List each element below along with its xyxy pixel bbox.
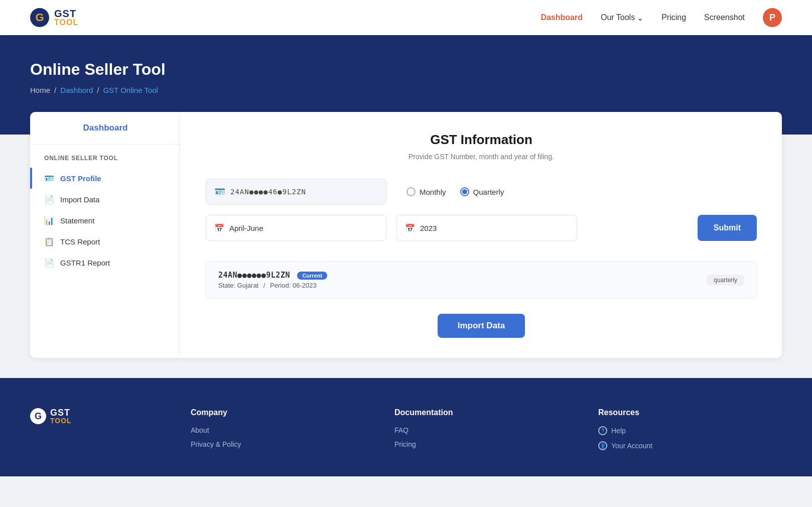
sidebar-item-import-data[interactable]: 📄 Import Data [30, 189, 181, 210]
footer-logo-text: GST TOOL [50, 408, 72, 424]
footer-link-privacy[interactable]: Privacy & Policy [191, 440, 374, 448]
panel-title: GST Information [206, 132, 757, 148]
gst-profile-icon: 🪪 [44, 173, 54, 183]
footer-col-resources: Resources ? Help 👤 Your Account [598, 408, 782, 456]
result-gst-number: 24AN●●●●●●9L2ZN [218, 271, 290, 280]
radio-quarterly[interactable]: Quarterly [460, 187, 504, 196]
nav-pricing[interactable]: Pricing [661, 13, 686, 22]
submit-button[interactable]: Submit [698, 215, 757, 241]
footer-link-faq[interactable]: FAQ [394, 426, 578, 434]
state-value: Gujarat [237, 282, 259, 289]
import-data-icon: 📄 [44, 194, 54, 204]
footer-account-label: Your Account [611, 442, 652, 450]
calendar-icon-1: 📅 [214, 223, 224, 233]
sidebar-item-label: TCS Report [60, 237, 100, 246]
footer-documentation-title: Documentation [394, 408, 578, 417]
quarter-select[interactable]: 📅 April-June [206, 215, 386, 241]
avatar[interactable]: P [763, 8, 782, 27]
sidebar-item-statement[interactable]: 📊 Statement [30, 210, 181, 231]
gst-input-value: 24AN●●●●46●9L2ZN [230, 188, 306, 196]
import-btn-wrap: Import Data [206, 314, 757, 338]
gst-input-icon: 🪪 [214, 186, 225, 197]
footer-grid: G GST TOOL Company About Privacy & Polic… [30, 408, 782, 456]
footer: G GST TOOL Company About Privacy & Polic… [0, 378, 812, 476]
navbar: G GST TOOL Dashboard Our Tools ⌄ Pricing… [0, 0, 812, 35]
footer-logo-icon: G [30, 408, 46, 424]
sidebar-section-label: ONLINE SELLER TOOL [30, 145, 181, 168]
logo-text: GST TOOL [54, 9, 78, 27]
breadcrumb-sep-2: / [97, 86, 99, 94]
state-label: State: [218, 282, 235, 289]
footer-logo-row: G GST TOOL [30, 408, 171, 424]
sidebar-item-label: GSTR1 Report [60, 259, 110, 267]
result-info: 24AN●●●●●●9L2ZN Current State: Gujarat /… [218, 271, 327, 289]
main-panel: GST Information Provide GST Number, mont… [181, 112, 782, 358]
account-icon: 👤 [598, 441, 607, 450]
nav-screenshot[interactable]: Screenshot [704, 13, 745, 22]
footer-logo-area: G GST TOOL [30, 408, 171, 456]
radio-monthly[interactable]: Monthly [407, 187, 446, 196]
form-row-1: 🪪 24AN●●●●46●9L2ZN Monthly Quarterly [206, 179, 757, 205]
gstr1-report-icon: 📄 [44, 258, 54, 268]
quarter-value: April-June [229, 224, 263, 232]
breadcrumb-current[interactable]: GST Online Tool [103, 86, 158, 94]
logo[interactable]: G GST TOOL [30, 8, 78, 27]
sidebar-tab-dashboard[interactable]: Dashboard [30, 112, 181, 145]
main-content: Dashboard ONLINE SELLER TOOL 🪪 GST Profi… [30, 112, 782, 358]
result-meta: State: Gujarat / Period: 06-2023 [218, 282, 327, 289]
breadcrumb: Home / Dashbord / GST Online Tool [30, 86, 782, 94]
footer-logo-tool: TOOL [50, 417, 72, 424]
current-badge: Current [297, 272, 327, 280]
sidebar-item-label: GST Profile [60, 174, 101, 183]
footer-link-about[interactable]: About [191, 426, 374, 434]
footer-link-pricing[interactable]: Pricing [394, 440, 578, 448]
sidebar-item-gst-profile[interactable]: 🪪 GST Profile [30, 168, 181, 189]
breadcrumb-home[interactable]: Home [30, 86, 50, 94]
breadcrumb-dashboard[interactable]: Dashbord [60, 86, 93, 94]
nav-dashboard[interactable]: Dashboard [540, 13, 583, 22]
result-row: 24AN●●●●●●9L2ZN Current State: Gujarat /… [206, 261, 757, 299]
breadcrumb-sep-1: / [54, 86, 56, 94]
logo-gst: GST [54, 9, 78, 19]
chevron-down-icon: ⌄ [637, 13, 643, 23]
footer-link-account[interactable]: 👤 Your Account [598, 441, 782, 450]
logo-g-letter: G [35, 11, 44, 24]
year-select[interactable]: 📅 2023 [396, 215, 577, 241]
gst-input-field[interactable]: 🪪 24AN●●●●46●9L2ZN [206, 179, 386, 205]
sidebar-item-label: Statement [60, 216, 94, 225]
radio-monthly-circle [407, 187, 416, 196]
radio-quarterly-circle [460, 187, 469, 196]
result-gst-row: 24AN●●●●●●9L2ZN Current [218, 271, 327, 280]
help-icon: ? [598, 426, 607, 435]
tcs-report-icon: 📋 [44, 236, 54, 246]
radio-group: Monthly Quarterly [407, 187, 504, 196]
nav-our-tools[interactable]: Our Tools ⌄ [601, 13, 643, 23]
footer-resources-title: Resources [598, 408, 782, 417]
page-title: Online Seller Tool [30, 60, 782, 79]
nav-links: Dashboard Our Tools ⌄ Pricing Screenshot… [540, 8, 782, 27]
sidebar-item-label: Import Data [60, 195, 99, 204]
radio-monthly-label: Monthly [420, 188, 446, 196]
footer-col-company: Company About Privacy & Policy [191, 408, 374, 456]
period-value: 06-2023 [293, 282, 317, 289]
footer-link-help[interactable]: ? Help [598, 426, 782, 435]
radio-quarterly-label: Quarterly [473, 188, 504, 196]
result-sep: / [263, 282, 265, 289]
footer-logo-gst: GST [50, 408, 72, 417]
panel-subtitle: Provide GST Number, month and year of fi… [206, 153, 757, 161]
footer-company-title: Company [191, 408, 374, 417]
quarterly-badge: quarterly [707, 275, 744, 286]
sidebar-item-tcs-report[interactable]: 📋 TCS Report [30, 231, 181, 252]
logo-icon: G [30, 8, 49, 27]
footer-help-label: Help [611, 427, 626, 435]
sidebar: Dashboard ONLINE SELLER TOOL 🪪 GST Profi… [30, 112, 181, 358]
logo-tool: TOOL [54, 19, 78, 27]
footer-logo-g: G [35, 411, 42, 422]
calendar-icon-2: 📅 [405, 223, 415, 233]
statement-icon: 📊 [44, 215, 54, 225]
import-data-button[interactable]: Import Data [438, 314, 525, 338]
year-value: 2023 [420, 224, 437, 232]
sidebar-item-gstr1-report[interactable]: 📄 GSTR1 Report [30, 252, 181, 273]
form-row-2: 📅 April-June 📅 2023 Submit [206, 215, 757, 241]
period-label: Period: [270, 282, 291, 289]
